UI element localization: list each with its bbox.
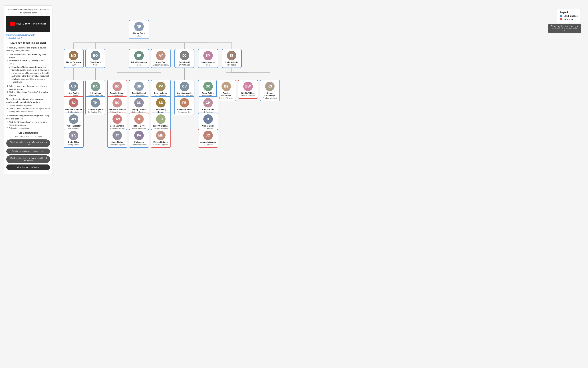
avatar-beyonce: BJ [69, 98, 78, 108]
node-name-birgitta: Birgitta Rosoni [132, 92, 146, 95]
node-kendra[interactable]: KS Kendra Scrammage Product Manager [260, 80, 280, 101]
node-bernadine[interactable]: BG Bernadine Godsell Software Engineer [107, 96, 127, 115]
node-matteo[interactable]: MG Matteo Gobeaux COO [64, 49, 84, 68]
node-norma[interactable]: NP Norma Perry CEO [129, 20, 149, 39]
node-name-dathyl: Dathyl Judd [179, 61, 190, 64]
view-data-btn[interactable]: View this org chart's data [6, 165, 50, 170]
node-title-dathyl: SVP of Sales [179, 64, 190, 66]
auto-gen-intro: To automatically generate an Org Chart u… [6, 114, 50, 120]
node-name-erica: Erica Romaguera [131, 61, 147, 64]
node-james[interactable]: JW James Webster QA Specialist [64, 112, 84, 131]
group-view-intro: To use the custom Group View to group em… [6, 98, 50, 104]
node-percy[interactable]: PV Percy Veltman Sr. Developer [151, 80, 171, 99]
node-name-dante: Dante Collins [202, 92, 214, 95]
node-box-brigida[interactable]: BW Brigida Withey Product Manager [238, 80, 258, 99]
node-debby[interactable]: DL Debby Lethem Software Engineer [129, 96, 149, 115]
node-box-gianni[interactable]: GB Gianni Block UX Designer [198, 112, 218, 131]
node-box-jonis[interactable]: JT Jonis Thring Software Engineer [107, 129, 127, 148]
format-tutorial-btn[interactable]: Watch a tutorial on how to format your o… [6, 139, 50, 147]
node-box-berkley[interactable]: BE Berkley Esherwood Product Manager [216, 80, 236, 101]
node-box-debby[interactable]: DL Debby Lethem Software Engineer [129, 96, 149, 115]
node-bent[interactable]: BG Bent Grasha CMO [85, 49, 105, 68]
node-brigida[interactable]: BW Brigida Withey Product Manager [238, 80, 258, 99]
node-dorena[interactable]: DW Dorena Whebell Software Engineer [107, 112, 127, 131]
intro-text: To manually customize this org chart, do… [6, 46, 50, 52]
node-title-phil: Software Engineer [132, 144, 146, 146]
node-box-mickey[interactable]: MN Mickey Neilands Software Engineer [151, 129, 171, 148]
node-name-dorena: Dorena Whebell [110, 125, 124, 127]
node-box-bent[interactable]: BG Bent Grasha CMO [85, 49, 105, 68]
node-box-jeremiah[interactable]: JO Jeremiah Oakton UX Designer [198, 129, 218, 148]
avatar-bernelle: BC [113, 82, 122, 91]
node-box-freeman[interactable]: FB Freeman Beuhler Sr. Account Rep [174, 96, 194, 115]
node-anna[interactable]: AY Anna Yost Executive Secretary [151, 49, 171, 68]
video-thumbnail[interactable]: HOW TO IMPORT ORG CHARTS [6, 16, 50, 32]
node-dante[interactable]: DC Dante Collins Director of UX [198, 80, 218, 99]
node-jeremiah[interactable]: JO Jeremiah Oakton UX Designer [198, 129, 218, 148]
edit-tutorial-btn[interactable]: Read more on how to edit org charts [6, 148, 50, 154]
node-box-emily[interactable]: EA Emily Alday QA Specialist [64, 129, 84, 148]
node-name-bernadine: Bernadine Godsell [109, 108, 126, 111]
avatar-matteo: MG [69, 51, 78, 60]
node-erica[interactable]: ER Erica Romaguera CTO [129, 49, 149, 68]
node-box-beyonce[interactable]: BJ Beyonce Johnson QA Specialist [64, 96, 84, 115]
node-box-dorena[interactable]: DW Dorena Whebell Software Engineer [107, 112, 127, 131]
node-holmes[interactable]: HD Holmes Dever Software Engineer [129, 112, 149, 131]
node-name-james: James Webster [67, 125, 81, 127]
node-name-jonis: Jonis Thring [112, 141, 123, 144]
node-shana[interactable]: SM Shana Maguire CFO [198, 49, 218, 68]
node-box-thomas[interactable]: TH Thomas Hopkins Sr. Content Writer [85, 96, 105, 115]
avatar-emily: EA [69, 131, 78, 140]
node-freeman[interactable]: FB Freeman Beuhler Sr. Account Rep [174, 96, 194, 115]
node-box-irwin[interactable]: IS Irwin Spinello VP Product [222, 49, 242, 68]
node-box-dante[interactable]: DC Dante Collins Director of UX [198, 80, 218, 99]
node-box-birgitta[interactable]: BR Birgitta Rosoni Sr. Developer [129, 80, 149, 99]
node-box-laney[interactable]: LC Laney Christmas Software Engineer [151, 112, 171, 131]
node-name-thomas: Thomas Hopkins [88, 108, 103, 111]
node-box-norma[interactable]: NP Norma Perry CEO [129, 20, 149, 39]
node-phil[interactable]: PA Phil Acres Software Engineer [129, 129, 149, 148]
node-box-christian[interactable]: CV Christian Vandy Outbound Sales Rep [174, 80, 194, 99]
node-emily[interactable]: EA Emily Alday QA Specialist [64, 129, 84, 148]
node-title-shana: CFO [206, 64, 210, 66]
node-box-percy[interactable]: PV Percy Veltman Sr. Developer [151, 80, 171, 99]
auto-gen-steps: Click the "⬆ Import Data" button in the … [6, 121, 50, 130]
node-laney[interactable]: LC Laney Christmas Software Engineer [151, 112, 171, 131]
node-box-anna[interactable]: AY Anna Yost Executive Secretary [151, 49, 171, 68]
node-box-shana[interactable]: SM Shana Maguire CFO [198, 49, 218, 68]
node-box-bernadine[interactable]: BG Bernadine Godsell Software Engineer [107, 96, 127, 115]
avatar-holmes: HD [134, 114, 144, 124]
node-jonis[interactable]: JT Jonis Thring Software Engineer [107, 129, 127, 148]
node-box-holmes[interactable]: HD Holmes Dever Software Engineer [129, 112, 149, 131]
node-box-matteo[interactable]: MG Matteo Gobeaux COO [64, 49, 84, 68]
node-title-matteo: COO [72, 64, 76, 66]
node-beyonce[interactable]: BJ Beyonce Johnson QA Specialist [64, 96, 84, 115]
node-camila[interactable]: CH Camila Hintz UX Designer [198, 96, 218, 115]
node-ugo[interactable]: UD Ugo Duckit QA Director [64, 80, 84, 99]
node-box-kendra[interactable]: KS Kendra Scrammage Product Manager [260, 80, 280, 101]
node-box-erica[interactable]: ER Erica Romaguera CTO [129, 49, 149, 68]
node-box-dathyl[interactable]: DJ Dathyl Judd SVP of Sales [174, 49, 194, 68]
avatar-freeman: FB [180, 98, 189, 108]
step-1: Click the ⊕ button to add a new org char… [9, 53, 50, 59]
node-title-norma: CEO [137, 35, 141, 37]
node-berkley[interactable]: BE Berkley Esherwood Product Manager [216, 80, 236, 101]
node-box-ugo[interactable]: UD Ugo Duckit QA Director [64, 80, 84, 99]
node-box-camila[interactable]: CH Camila Hintz UX Designer [198, 96, 218, 115]
node-dathyl[interactable]: DJ Dathyl Judd SVP of Sales [174, 49, 194, 68]
node-box-bernelle[interactable]: BC Bernelle Cubley Sr. Developer [107, 80, 127, 99]
youtube-link[interactable]: https://www.youtube.com/watch?v=dU9rJgQ4… [6, 33, 50, 39]
node-irwin[interactable]: IS Irwin Spinello VP Product [222, 49, 242, 68]
node-bernelle[interactable]: BC Bernelle Cubley Sr. Developer [107, 80, 127, 99]
node-box-james[interactable]: JW James Webster QA Specialist [64, 112, 84, 131]
node-thomas[interactable]: TH Thomas Hopkins Sr. Content Writer [85, 96, 105, 115]
node-mickey[interactable]: MN Mickey Neilands Software Engineer [151, 129, 171, 148]
node-birgitta[interactable]: BR Birgitta Rosoni Sr. Developer [129, 80, 149, 99]
node-box-phil[interactable]: PA Phil Acres Software Engineer [129, 129, 149, 148]
node-kyle[interactable]: KA Kyle Adams Content Specialist [85, 80, 105, 99]
conditional-tutorial-btn[interactable]: Watch a tutorial on how to use condition… [6, 156, 50, 163]
node-box-kyle[interactable]: KA Kyle Adams Content Specialist [85, 80, 105, 99]
node-gianni[interactable]: GB Gianni Block UX Designer [198, 112, 218, 131]
node-christian[interactable]: CV Christian Vandy Outbound Sales Rep [174, 80, 194, 99]
avatar-phil: PA [134, 131, 144, 140]
